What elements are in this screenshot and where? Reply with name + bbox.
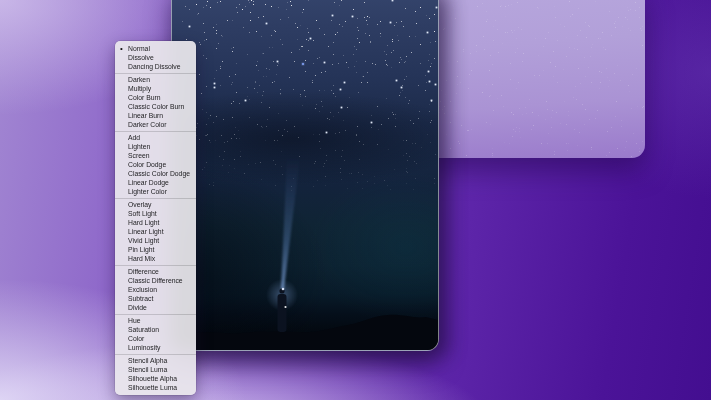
menu-item-lighter-color[interactable]: Lighter Color bbox=[115, 187, 196, 196]
menu-item-hard-light[interactable]: Hard Light bbox=[115, 218, 196, 227]
menu-separator bbox=[115, 314, 196, 315]
menu-item-label: Lighten bbox=[128, 143, 150, 150]
menu-item-dissolve[interactable]: Dissolve bbox=[115, 53, 196, 62]
menu-item-label: Normal bbox=[128, 45, 150, 52]
menu-item-label: Divide bbox=[128, 304, 147, 311]
menu-item-linear-burn[interactable]: Linear Burn bbox=[115, 111, 196, 120]
headlamp-light bbox=[282, 288, 285, 291]
menu-item-label: Classic Color Dodge bbox=[128, 170, 190, 177]
menu-item-lighten[interactable]: Lighten bbox=[115, 142, 196, 151]
menu-item-label: Stencil Alpha bbox=[128, 357, 167, 364]
menu-item-label: Dancing Dissolve bbox=[128, 63, 181, 70]
menu-item-label: Color Dodge bbox=[128, 161, 166, 168]
menu-separator bbox=[115, 354, 196, 355]
menu-item-hue[interactable]: Hue bbox=[115, 316, 196, 325]
menu-item-label: Linear Dodge bbox=[128, 179, 169, 186]
menu-item-label: Silhouette Alpha bbox=[128, 375, 177, 382]
night-sky-photo-layer[interactable] bbox=[171, 0, 439, 351]
menu-separator bbox=[115, 131, 196, 132]
flashlight-scene bbox=[172, 0, 438, 350]
menu-item-saturation[interactable]: Saturation bbox=[115, 325, 196, 334]
menu-item-label: Silhouette Luma bbox=[128, 384, 177, 391]
menu-item-pin-light[interactable]: Pin Light bbox=[115, 245, 196, 254]
menu-item-label: Pin Light bbox=[128, 246, 154, 253]
menu-item-exclusion[interactable]: Exclusion bbox=[115, 285, 196, 294]
menu-item-label: Soft Light bbox=[128, 210, 157, 217]
menu-separator bbox=[115, 198, 196, 199]
menu-item-vivid-light[interactable]: Vivid Light bbox=[115, 236, 196, 245]
menu-item-overlay[interactable]: Overlay bbox=[115, 200, 196, 209]
menu-item-darker-color[interactable]: Darker Color bbox=[115, 120, 196, 129]
menu-item-silhouette-alpha[interactable]: Silhouette Alpha bbox=[115, 374, 196, 383]
menu-item-label: Subtract bbox=[128, 295, 153, 302]
menu-separator bbox=[115, 265, 196, 266]
menu-item-screen[interactable]: Screen bbox=[115, 151, 196, 160]
menu-item-label: Hard Light bbox=[128, 219, 159, 226]
menu-item-linear-light[interactable]: Linear Light bbox=[115, 227, 196, 236]
menu-item-label: Color Burn bbox=[128, 94, 161, 101]
menu-item-dancing-dissolve[interactable]: Dancing Dissolve bbox=[115, 62, 196, 71]
menu-item-label: Difference bbox=[128, 268, 159, 275]
menu-item-label: Hard Mix bbox=[128, 255, 155, 262]
menu-item-color-dodge[interactable]: Color Dodge bbox=[115, 160, 196, 169]
menu-item-label: Darken bbox=[128, 76, 150, 83]
menu-item-label: Screen bbox=[128, 152, 150, 159]
menu-item-label: Stencil Luma bbox=[128, 366, 167, 373]
menu-item-luminosity[interactable]: Luminosity bbox=[115, 343, 196, 352]
menu-item-stencil-luma[interactable]: Stencil Luma bbox=[115, 365, 196, 374]
menu-item-hard-mix[interactable]: Hard Mix bbox=[115, 254, 196, 263]
menu-separator bbox=[115, 73, 196, 74]
menu-item-classic-color-dodge[interactable]: Classic Color Dodge bbox=[115, 169, 196, 178]
menu-item-label: Linear Light bbox=[128, 228, 164, 235]
menu-item-label: Overlay bbox=[128, 201, 151, 208]
menu-item-label: Add bbox=[128, 134, 140, 141]
menu-item-label: Classic Color Burn bbox=[128, 103, 184, 110]
menu-item-silhouette-luma[interactable]: Silhouette Luma bbox=[115, 383, 196, 392]
menu-item-label: Exclusion bbox=[128, 286, 157, 293]
menu-item-label: Saturation bbox=[128, 326, 159, 333]
menu-item-darken[interactable]: Darken bbox=[115, 75, 196, 84]
menu-item-label: Linear Burn bbox=[128, 112, 163, 119]
blend-mode-menu: •NormalDissolveDancing DissolveDarkenMul… bbox=[115, 41, 196, 395]
menu-item-label: Luminosity bbox=[128, 344, 161, 351]
selected-check-icon: • bbox=[120, 44, 123, 53]
menu-item-difference[interactable]: Difference bbox=[115, 267, 196, 276]
menu-item-label: Lighter Color bbox=[128, 188, 167, 195]
menu-item-multiply[interactable]: Multiply bbox=[115, 84, 196, 93]
ground-silhouette bbox=[172, 315, 438, 350]
menu-item-label: Color bbox=[128, 335, 144, 342]
menu-item-soft-light[interactable]: Soft Light bbox=[115, 209, 196, 218]
blue-star bbox=[302, 63, 304, 65]
menu-item-label: Hue bbox=[128, 317, 140, 324]
menu-item-color-burn[interactable]: Color Burn bbox=[115, 93, 196, 102]
flashlight-beam bbox=[281, 157, 300, 289]
menu-item-divide[interactable]: Divide bbox=[115, 303, 196, 312]
menu-item-linear-dodge[interactable]: Linear Dodge bbox=[115, 178, 196, 187]
menu-item-color[interactable]: Color bbox=[115, 334, 196, 343]
menu-item-add[interactable]: Add bbox=[115, 133, 196, 142]
desktop-canvas: •NormalDissolveDancing DissolveDarkenMul… bbox=[0, 0, 711, 400]
menu-item-classic-difference[interactable]: Classic Difference bbox=[115, 276, 196, 285]
menu-item-stencil-alpha[interactable]: Stencil Alpha bbox=[115, 356, 196, 365]
menu-item-label: Dissolve bbox=[128, 54, 154, 61]
menu-item-classic-color-burn[interactable]: Classic Color Burn bbox=[115, 102, 196, 111]
menu-item-label: Multiply bbox=[128, 85, 151, 92]
menu-item-subtract[interactable]: Subtract bbox=[115, 294, 196, 303]
menu-item-label: Darker Color bbox=[128, 121, 167, 128]
menu-item-label: Vivid Light bbox=[128, 237, 159, 244]
menu-item-label: Classic Difference bbox=[128, 277, 183, 284]
menu-item-normal[interactable]: •Normal bbox=[115, 44, 196, 53]
hand-light bbox=[284, 306, 286, 308]
person-body bbox=[278, 294, 287, 332]
